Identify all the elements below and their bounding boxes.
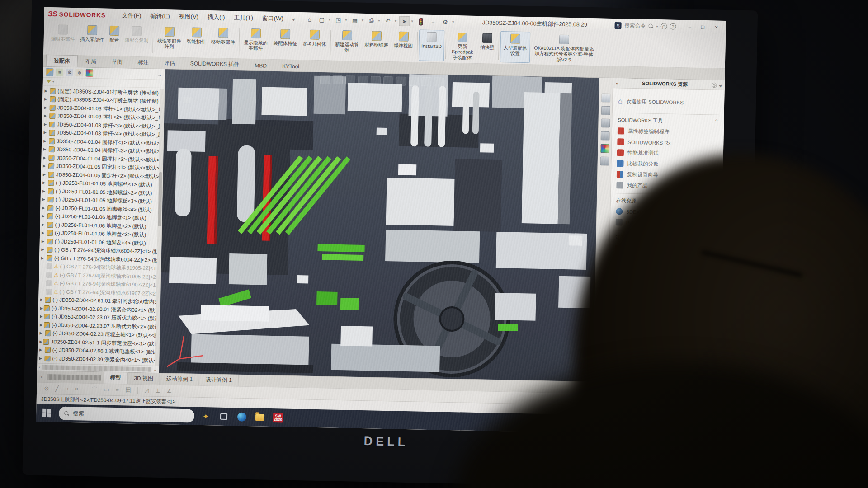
toolbar-button-move-component[interactable]: 移动零部件 <box>208 25 238 57</box>
expand-arrow-icon[interactable]: ▶ <box>42 222 46 226</box>
sketch-tool-icon[interactable]: ○ <box>65 385 69 392</box>
sketch-tool-icon[interactable]: ⊥ <box>155 387 160 394</box>
expand-arrow-icon[interactable]: ▶ <box>44 122 48 127</box>
home-icon[interactable]: ⌂ <box>304 14 315 24</box>
toolbar-button-bom[interactable]: 材料明细表 <box>362 28 392 60</box>
file-properties-icon[interactable]: ≡ <box>428 17 439 27</box>
toolbar-button-macro[interactable]: OK#10211A 装配体内批量添加方程式代号名称分离-整体版V2.5 <box>530 32 598 64</box>
toolbar-button-instant3d[interactable]: Instant3D <box>418 29 444 61</box>
task-pane-item[interactable]: 属性标签编制程序 <box>618 127 718 136</box>
tree-scroll-left-icon[interactable]: ‹ <box>39 365 41 370</box>
toolbar-button-large-assembly[interactable]: 大型装配体设置 <box>500 31 530 63</box>
expand-arrow-icon[interactable]: ▶ <box>43 139 48 143</box>
sketch-tool-icon[interactable]: ◿ <box>144 387 149 394</box>
toolbar-button-show-hidden[interactable]: 显示隐藏的零部件 <box>241 26 271 57</box>
propertymanager-tab-icon[interactable]: ≡ <box>56 68 63 76</box>
expand-arrow-icon[interactable]: ▶ <box>43 156 47 160</box>
task-view-button[interactable] <box>217 410 231 424</box>
tab-评估[interactable]: 评估 <box>156 57 183 69</box>
custom-properties-icon[interactable] <box>600 156 609 165</box>
toolbar-button-motion-study[interactable]: 新建运动算例 <box>332 28 362 60</box>
dimxpertmanager-tab-icon[interactable]: ⊕ <box>75 69 83 76</box>
sketch-tool-icon[interactable]: × <box>75 385 79 392</box>
print-icon[interactable]: ⎙ <box>366 15 377 25</box>
tab-标注[interactable]: 标注 <box>130 56 156 69</box>
featuremanager-tab-icon[interactable] <box>46 68 53 76</box>
sketch-tool-icon[interactable]: ╱ <box>55 385 59 392</box>
undo-icon[interactable]: ↶ <box>382 16 393 26</box>
expand-arrow-icon[interactable]: ▶ <box>43 164 47 168</box>
file-explorer-button[interactable] <box>253 410 267 424</box>
sketch-tool-icon[interactable]: ∠ <box>166 387 172 394</box>
expand-arrow-icon[interactable]: ▶ <box>41 248 46 252</box>
select-icon[interactable]: ➤ <box>399 16 410 26</box>
task-pane-item[interactable]: 性能基准测试 <box>617 149 718 158</box>
expand-arrow-icon[interactable]: ▶ <box>42 206 47 210</box>
menu-4[interactable]: 工具(T) <box>229 12 258 23</box>
previous-view-icon[interactable] <box>345 75 355 84</box>
toolbar-button-edit-component[interactable]: 编辑零部件 <box>48 22 78 54</box>
doc-tab-3D 视图[interactable]: 3D 视图 <box>127 373 160 385</box>
toolbar-button-copy-with-mates[interactable]: 随配合复制 <box>122 23 151 55</box>
login-icon[interactable]: ⊙ <box>660 23 667 29</box>
view-settings-icon[interactable] <box>434 77 444 86</box>
expand-arrow-icon[interactable]: ▶ <box>40 314 43 319</box>
expand-arrow-icon[interactable]: ▶ <box>42 181 47 185</box>
collapse-section-icon[interactable]: ⌃ <box>714 119 719 126</box>
expand-arrow-icon[interactable]: ▶ <box>43 173 47 177</box>
pin-icon[interactable]: ▸ <box>291 15 297 22</box>
toolbar-button-smart-fasteners[interactable]: 智能扣件 <box>184 25 209 56</box>
close-button[interactable]: × <box>710 23 722 32</box>
sketch-tool-icon[interactable]: ▭ <box>104 386 109 393</box>
tab-布局[interactable]: 布局 <box>78 55 104 67</box>
configurationmanager-tab-icon[interactable]: ⚙ <box>66 69 73 76</box>
doc-tab-模型[interactable]: 模型 <box>104 372 127 384</box>
expand-arrow-icon[interactable]: ▶ <box>39 356 43 360</box>
file-explorer-icon[interactable] <box>601 119 610 128</box>
options-circle-icon[interactable]: ⊙ <box>712 82 717 87</box>
expand-arrow-icon[interactable]: ▶ <box>40 331 44 335</box>
graphics-viewport[interactable] <box>159 69 599 381</box>
options-icon[interactable]: ⚙ <box>440 17 451 27</box>
displaymanager-tab-icon[interactable] <box>85 69 93 77</box>
welcome-link[interactable]: ⌂ 欢迎使用 SOLIDWORKS <box>618 97 719 107</box>
tab-MBD[interactable]: MBD <box>247 60 274 71</box>
appearances-icon[interactable] <box>600 144 609 153</box>
toolbar-button-assembly-features[interactable]: 装配体特征 <box>270 27 300 58</box>
expand-arrow-icon[interactable]: ▶ <box>42 239 46 243</box>
tab-草图[interactable]: 草图 <box>104 56 130 68</box>
home-icon[interactable] <box>601 94 610 103</box>
sketch-tool-icon[interactable]: ⌒ <box>91 385 97 394</box>
toolbar-button-update-speedpak[interactable]: 更新 Speedpak 子装配体 <box>447 30 477 62</box>
expand-arrow-icon[interactable]: ▶ <box>42 231 46 235</box>
solidworks-2020-button[interactable]: SW2020 <box>271 411 285 425</box>
rebuild-icon[interactable] <box>415 16 426 26</box>
expand-arrow-icon[interactable]: ▶ <box>41 256 46 260</box>
doc-tab-运动算例 1[interactable]: 运动算例 1 <box>160 373 199 385</box>
zoom-area-icon[interactable] <box>333 75 343 84</box>
sketch-tool-icon[interactable]: 田 <box>125 386 131 394</box>
pin-task-pane-icon[interactable]: ▸ <box>717 82 723 89</box>
menu-5[interactable]: 窗口(W) <box>258 13 288 24</box>
section-view-icon[interactable] <box>358 76 368 85</box>
zoom-fit-icon[interactable] <box>320 75 330 84</box>
open-icon[interactable]: ◳ <box>333 15 344 25</box>
tab-SOLIDWORKS 插件[interactable]: SOLIDWORKS 插件 <box>182 57 247 70</box>
tab-scroll-left-icon[interactable]: ‹ <box>39 374 44 379</box>
hide-show-items-icon[interactable] <box>396 76 406 85</box>
sketch-tool-icon[interactable]: ⊙ <box>44 385 49 392</box>
display-style-icon[interactable] <box>383 76 393 85</box>
expand-arrow-icon[interactable]: ▶ <box>42 189 47 193</box>
expand-arrow-icon[interactable]: ▶ <box>40 306 43 310</box>
restore-button[interactable]: □ <box>697 23 708 32</box>
tree-scroll-down-icon[interactable]: ⌄ <box>153 367 157 372</box>
expand-arrow-icon[interactable]: ▶ <box>42 197 47 202</box>
taskbar-search-input[interactable]: 搜索 <box>59 407 195 423</box>
expand-arrow-icon[interactable]: ▶ <box>39 339 42 343</box>
expand-arrow-icon[interactable]: ▶ <box>44 89 49 93</box>
task-pane-item[interactable]: SOLIDWORKS Rx <box>617 138 718 147</box>
help-icon[interactable]: ? <box>670 23 676 30</box>
fly-out-arrow-icon[interactable]: → <box>157 71 162 77</box>
design-library-icon[interactable] <box>601 106 610 115</box>
filter-dropdown-icon[interactable]: ▾ <box>52 80 54 84</box>
